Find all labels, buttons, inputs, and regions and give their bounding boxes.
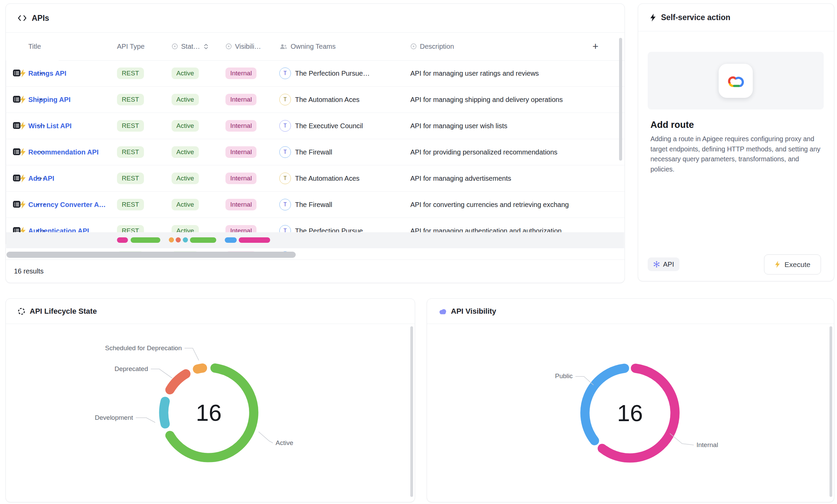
sort-asc-icon xyxy=(204,44,208,46)
blueprint-icon xyxy=(653,261,660,268)
api-title-link[interactable]: Wish List API xyxy=(28,122,72,130)
lifecycle-donut-chart: Scheduled for Deprecation Deprecated Dev… xyxy=(6,324,414,501)
summary-pill-pink xyxy=(117,237,128,243)
team-icon xyxy=(279,43,288,50)
dashboard: APIs Title API Type Stat… Visibili… xyxy=(0,0,837,504)
api-title-link[interactable]: Recommendation API xyxy=(28,148,99,156)
visibility-chart-body: Public Internal 16 xyxy=(427,324,834,502)
team-name-link[interactable]: The Executive Council xyxy=(295,122,408,130)
table-row[interactable]: Ads API REST Active Internal T The Autom… xyxy=(6,165,625,192)
api-title-link[interactable]: Ratings API xyxy=(28,70,67,77)
summary-pill-pink xyxy=(239,237,270,243)
column-header-description[interactable]: Description xyxy=(410,43,454,50)
donut-segment[interactable] xyxy=(197,368,203,369)
status-badge: Active xyxy=(172,94,199,105)
table-row[interactable]: Recommendation API REST Active Internal … xyxy=(6,139,625,165)
api-entity-icon xyxy=(12,121,22,131)
add-column-button[interactable]: + xyxy=(592,41,599,51)
action-heading: Add route xyxy=(650,120,694,130)
api-description: API for managing user wish lists xyxy=(410,122,569,130)
table-row[interactable]: Currency Converter A… REST Active Intern… xyxy=(6,192,625,218)
api-type-badge: REST xyxy=(117,173,144,184)
table-header-row: Title API Type Stat… Visibili… Owning xyxy=(6,32,625,61)
api-entity-icon xyxy=(12,173,22,183)
api-title-link[interactable]: Ads API xyxy=(28,175,54,182)
action-card-header: Self-service action xyxy=(638,4,834,31)
donut-segment[interactable] xyxy=(170,374,186,390)
lifecycle-card-title: API Lifecycle State xyxy=(30,307,97,316)
api-entity-icon xyxy=(12,147,22,157)
api-description: API for managing user ratings and review… xyxy=(410,70,569,77)
column-summary-strip xyxy=(6,232,624,248)
entity-property-icon xyxy=(225,43,232,50)
column-header-owning-teams[interactable]: Owning Teams xyxy=(279,43,336,50)
execute-button[interactable]: Execute xyxy=(764,254,821,275)
table-row[interactable]: Shipping API REST Active Internal T The … xyxy=(6,87,625,113)
self-service-action-card: Self-service action Add route Adding a r… xyxy=(638,3,834,281)
team-name-link[interactable]: The Automation Aces xyxy=(295,96,408,104)
blueprint-badge-label: API xyxy=(663,261,674,268)
apis-card-header: APIs xyxy=(6,4,625,33)
visibility-badge: Internal xyxy=(225,94,256,105)
visibility-card-title: API Visibility xyxy=(451,307,496,316)
api-entity-icon xyxy=(12,94,22,105)
api-type-badge: REST xyxy=(117,68,144,79)
segment-label: Development xyxy=(95,414,133,421)
api-title-link[interactable]: Shipping API xyxy=(28,96,71,104)
api-description: API for providing personalized recommend… xyxy=(410,148,569,156)
visibility-badge: Internal xyxy=(225,146,256,158)
summary-dot-teal xyxy=(183,237,188,242)
segment-label: Public xyxy=(555,372,573,380)
segment-label: Deprecated xyxy=(115,365,148,372)
table-body: Ratings API REST Active Internal T The P… xyxy=(6,60,625,258)
summary-dot-orange xyxy=(169,237,174,242)
team-avatar: T xyxy=(279,173,291,184)
api-type-badge: REST xyxy=(117,94,144,105)
table-row[interactable]: Ratings API REST Active Internal T The P… xyxy=(6,60,625,87)
team-avatar: T xyxy=(279,146,291,158)
apis-card-title: APIs xyxy=(32,14,49,23)
vertical-scrollbar[interactable] xyxy=(410,326,413,497)
api-type-badge: REST xyxy=(117,199,144,210)
team-name-link[interactable]: The Automation Aces xyxy=(295,175,408,182)
column-header-title[interactable]: Title xyxy=(28,43,41,50)
column-header-api-type[interactable]: API Type xyxy=(117,43,145,50)
lightning-icon xyxy=(650,13,656,22)
segment-label: Internal xyxy=(696,441,718,448)
vertical-scrollbar[interactable] xyxy=(829,326,832,497)
entity-property-icon xyxy=(172,43,178,50)
lifecycle-card-header: API Lifecycle State xyxy=(6,299,415,324)
visibility-badge: Internal xyxy=(225,173,256,184)
status-badge: Active xyxy=(172,199,199,210)
team-name-link[interactable]: The Firewall xyxy=(295,201,408,209)
team-avatar: T xyxy=(279,120,291,132)
apis-table-card: APIs Title API Type Stat… Visibili… xyxy=(5,3,625,283)
summary-pill-green xyxy=(131,237,160,243)
column-header-visibility[interactable]: Visibili… xyxy=(225,43,261,50)
donut-segment[interactable] xyxy=(164,401,165,424)
api-description: API for managing advertisements xyxy=(410,175,569,182)
donut-total: 16 xyxy=(196,400,222,426)
team-avatar: T xyxy=(279,199,291,210)
table-footer: 16 results xyxy=(6,260,625,283)
horizontal-scrollbar[interactable] xyxy=(6,252,296,258)
blueprint-badge: API xyxy=(648,257,679,271)
lifecycle-chart-body: Scheduled for Deprecation Deprecated Dev… xyxy=(6,324,415,502)
api-type-badge: REST xyxy=(117,146,144,158)
api-entity-icon xyxy=(12,199,22,210)
vertical-scrollbar[interactable] xyxy=(619,38,622,161)
api-entity-icon xyxy=(12,68,22,78)
action-logo-tile xyxy=(719,64,753,98)
status-badge: Active xyxy=(172,120,199,132)
status-badge: Active xyxy=(172,68,199,79)
team-name-link[interactable]: The Firewall xyxy=(295,148,408,156)
visibility-badge: Internal xyxy=(225,120,256,132)
team-name-link[interactable]: The Perfection Pursue… xyxy=(295,70,408,77)
sort-toggle[interactable] xyxy=(204,44,208,49)
segment-label: Scheduled for Deprecation xyxy=(105,344,182,352)
visibility-donut-chart: Public Internal 16 xyxy=(427,324,833,501)
api-title-link[interactable]: Currency Converter A… xyxy=(28,201,106,209)
table-row[interactable]: Wish List API REST Active Internal T The… xyxy=(6,113,625,139)
column-header-status[interactable]: Stat… xyxy=(172,43,208,50)
status-badge: Active xyxy=(172,146,199,158)
